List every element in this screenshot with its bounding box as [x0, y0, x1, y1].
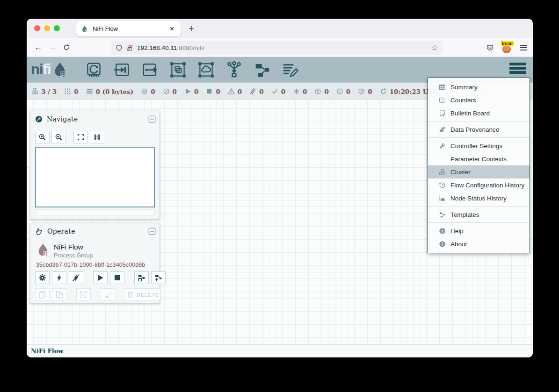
menu-item-controller-settings[interactable]: Controller Settings	[428, 139, 530, 152]
menu-item-label: Help	[450, 228, 464, 235]
sticky-note-icon	[439, 110, 446, 117]
not-transmitting-icon	[163, 88, 170, 95]
menu-divider	[428, 222, 530, 223]
global-menu: Summary Counters Bulletin Board Data Pro…	[428, 78, 530, 253]
help-icon	[439, 228, 446, 235]
minimize-window-button[interactable]	[44, 25, 50, 31]
configuration-button[interactable]	[35, 271, 50, 284]
tab-close-icon[interactable]: ×	[168, 25, 176, 33]
nifi-global-menu-button[interactable]	[509, 63, 526, 74]
logo-text-ni: ni	[31, 61, 43, 78]
menu-item-parameter-contexts[interactable]: Parameter Contexts	[428, 152, 530, 165]
status-running: 0	[184, 88, 198, 95]
upload-template-button[interactable]	[151, 271, 166, 284]
enable-button[interactable]	[52, 271, 66, 284]
paintbrush-icon	[104, 291, 112, 299]
play-icon	[184, 88, 191, 95]
browser-action-icons: local	[486, 38, 527, 57]
nifi-favicon	[81, 25, 88, 33]
url-bar: ← → 192.168.40.11:8080/nifi/ ☆ local	[27, 38, 533, 57]
zoom-actual-size-button[interactable]	[90, 131, 104, 143]
menu-item-bulletin-board[interactable]: Bulletin Board	[428, 107, 530, 120]
logo-drop-icon	[52, 62, 68, 78]
menu-item-node-status-history[interactable]: Node Status History	[428, 192, 530, 205]
stop-icon	[206, 88, 213, 95]
status-value: 0	[324, 88, 328, 95]
forward-button: →	[45, 43, 59, 52]
address-input[interactable]: 192.168.40.11:8080/nifi/ ☆	[111, 41, 443, 55]
status-value: 0	[216, 88, 220, 95]
status-value: 0	[303, 88, 307, 95]
status-invalid: 0	[228, 88, 242, 95]
remote-process-group-component-icon[interactable]	[197, 60, 216, 79]
reload-button[interactable]	[59, 44, 73, 51]
status-value: 0 (0 bytes)	[96, 88, 134, 95]
menu-item-label: Summary	[450, 84, 478, 91]
menu-item-data-provenance[interactable]: Data Provenance	[428, 123, 530, 136]
menu-item-label: Bulletin Board	[450, 110, 490, 117]
status-queued: 0 (0 bytes)	[86, 88, 134, 95]
status-active-threads: 0	[64, 88, 78, 95]
status-value: 0	[259, 88, 263, 95]
navigate-buttons	[35, 131, 106, 143]
table-icon	[439, 84, 446, 91]
stop-button[interactable]	[110, 271, 124, 284]
maximize-window-button[interactable]	[54, 25, 60, 31]
navigate-panel: Navigate	[30, 111, 160, 220]
close-window-button[interactable]	[34, 25, 40, 31]
processor-component-icon[interactable]	[85, 60, 103, 79]
wrench-icon	[439, 143, 446, 150]
zoom-in-button[interactable]	[35, 131, 50, 143]
bookmark-star-icon[interactable]: ☆	[431, 43, 438, 53]
menu-item-counters[interactable]: Counters	[428, 93, 530, 107]
template-component-icon[interactable]	[253, 60, 272, 79]
process-group-component-icon[interactable]	[169, 60, 188, 79]
input-port-component-icon[interactable]	[113, 60, 131, 79]
status-value: 0	[194, 88, 198, 95]
copy-icon	[38, 291, 46, 299]
start-button[interactable]	[93, 271, 108, 284]
menu-item-cluster[interactable]: Cluster	[428, 165, 530, 178]
menu-item-help[interactable]: Help	[428, 224, 530, 237]
menu-item-about[interactable]: About	[428, 237, 530, 250]
disable-button[interactable]	[69, 271, 83, 284]
collapse-button[interactable]	[148, 115, 156, 123]
status-sync-failure: 0	[358, 88, 372, 95]
asterisk-icon	[293, 88, 300, 95]
menu-item-summary[interactable]: Summary	[428, 80, 530, 93]
account-button[interactable]: local	[502, 42, 512, 53]
minimap-footer-strip	[35, 209, 155, 215]
browser-menu-button[interactable]	[520, 45, 527, 50]
queue-list-icon	[86, 88, 93, 95]
pocket-icon[interactable]	[486, 44, 494, 52]
insecure-lock-icon[interactable]	[126, 44, 133, 51]
menu-item-label: Parameter Contexts	[450, 156, 507, 163]
create-template-button[interactable]	[134, 271, 149, 284]
operate-panel: Operate NiFi Flow Process Group 35cbd3b7…	[30, 223, 160, 304]
browser-tab[interactable]: NiFi Flow ×	[76, 21, 181, 36]
tracking-shield-icon[interactable]	[116, 44, 123, 51]
funnel-component-icon[interactable]	[225, 60, 244, 79]
label-component-icon[interactable]	[281, 60, 300, 79]
operate-header: Operate	[30, 223, 160, 239]
breadcrumb-bar: NiFi Flow	[27, 344, 533, 357]
tab-title: NiFi Flow	[93, 25, 168, 32]
menu-item-label: Cluster	[450, 169, 471, 176]
back-button[interactable]: ←	[31, 43, 45, 52]
breadcrumb[interactable]: NiFi Flow	[31, 348, 64, 355]
menu-item-label: About	[450, 241, 467, 248]
menu-item-flow-configuration-history[interactable]: Flow Configuration History	[428, 178, 530, 192]
new-tab-button[interactable]: +	[185, 22, 198, 35]
status-value: 0	[346, 88, 350, 95]
counters-icon	[439, 97, 446, 104]
collapse-button[interactable]	[148, 228, 156, 235]
zoom-in-icon	[38, 133, 46, 141]
zoom-out-button[interactable]	[51, 131, 66, 143]
birdseye-minimap[interactable]	[35, 147, 155, 207]
output-port-component-icon[interactable]	[141, 60, 160, 79]
zoom-fit-button[interactable]	[73, 131, 88, 143]
area-chart-icon	[439, 195, 446, 202]
check-icon	[271, 88, 278, 95]
refresh-icon[interactable]	[380, 88, 387, 95]
menu-item-templates[interactable]: Templates	[428, 208, 530, 221]
